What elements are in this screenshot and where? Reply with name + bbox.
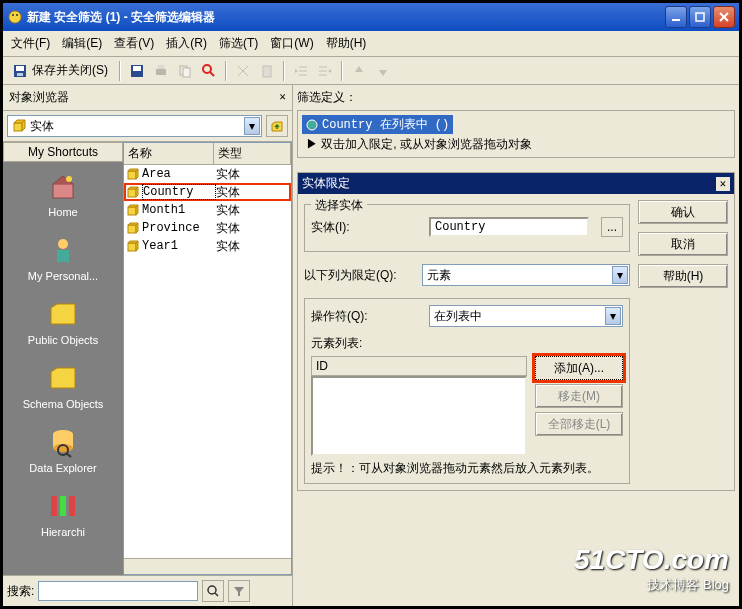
svg-point-1	[12, 14, 14, 16]
shortcut-icon	[47, 490, 79, 522]
add-element-button[interactable]: 添加(A)...	[535, 356, 623, 380]
element-list-id-col[interactable]: ID	[311, 356, 527, 376]
panel-close-button[interactable]: ×	[279, 90, 286, 105]
paste-button[interactable]	[257, 61, 277, 81]
svg-rect-39	[69, 496, 75, 516]
menu-insert[interactable]: 插入(R)	[166, 35, 207, 52]
shortcut-icon	[47, 298, 79, 330]
cancel-button[interactable]: 取消	[638, 232, 728, 256]
copy-button[interactable]	[175, 61, 195, 81]
minimize-button[interactable]	[665, 6, 687, 28]
filter-hint: ▶ 双击加入限定, 或从对象浏览器拖动对象	[302, 136, 730, 153]
list-item[interactable]: Country实体	[124, 183, 291, 201]
svg-line-17	[210, 72, 214, 76]
move-down-button[interactable]	[373, 61, 393, 81]
filter-definition-box[interactable]: Country 在列表中 () ▶ 双击加入限定, 或从对象浏览器拖动对象	[297, 110, 735, 158]
entity-icon	[126, 203, 140, 217]
svg-rect-4	[696, 13, 704, 21]
move-up-button[interactable]	[349, 61, 369, 81]
shortcut-icon	[47, 426, 79, 458]
svg-line-46	[215, 593, 218, 596]
entity-browse-button[interactable]: ...	[601, 217, 623, 237]
menu-file[interactable]: 文件(F)	[11, 35, 50, 52]
shortcut-icon	[47, 362, 79, 394]
limit-column-dropdown[interactable]: 元素 ▾	[422, 264, 630, 286]
shortcut-my-personal-[interactable]: My Personal...	[3, 226, 123, 290]
menu-edit[interactable]: 编辑(E)	[62, 35, 102, 52]
object-browser-panel: 对象浏览器 × 实体 ▾ My Shortcuts HomeMy Persona…	[3, 85, 293, 606]
entity-icon	[126, 239, 140, 253]
svg-rect-9	[17, 73, 23, 76]
list-item[interactable]: Month1实体	[124, 201, 291, 219]
menubar: 文件(F) 编辑(E) 查看(V) 插入(R) 筛选(T) 窗口(W) 帮助(H…	[3, 31, 739, 57]
outdent-button[interactable]	[291, 61, 311, 81]
print-button[interactable]	[151, 61, 171, 81]
shortcuts-bar: My Shortcuts HomeMy Personal...Public Ob…	[3, 142, 123, 575]
svg-rect-15	[183, 68, 190, 77]
entity-type-dropdown[interactable]: 实体 ▾	[7, 115, 262, 137]
object-browser-title: 对象浏览器	[9, 89, 69, 106]
ok-button[interactable]: 确认	[638, 200, 728, 224]
remove-all-button[interactable]: 全部移走(L)	[535, 412, 623, 436]
operator-dropdown[interactable]: 在列表中 ▾	[429, 305, 623, 327]
list-item[interactable]: Year1实体	[124, 237, 291, 255]
shortcut-home[interactable]: Home	[3, 162, 123, 226]
shortcut-public-objects[interactable]: Public Objects	[3, 290, 123, 354]
remove-element-button[interactable]: 移走(M)	[535, 384, 623, 408]
col-name[interactable]: 名称	[124, 143, 214, 164]
menu-help[interactable]: 帮助(H)	[326, 35, 367, 52]
menu-window[interactable]: 窗口(W)	[270, 35, 313, 52]
object-list: 名称 类型 Area实体Country实体Month1实体Province实体Y…	[123, 142, 292, 575]
shortcut-data-explorer[interactable]: Data Explorer	[3, 418, 123, 482]
help-button[interactable]: 帮助(H)	[638, 264, 728, 288]
svg-line-36	[66, 453, 71, 457]
shortcut-schema-objects[interactable]: Schema Objects	[3, 354, 123, 418]
shortcut-icon	[47, 234, 79, 266]
svg-point-29	[66, 176, 72, 182]
save-and-close-button[interactable]: 保存并关闭(S)	[7, 61, 113, 81]
search-tool-button[interactable]	[199, 61, 219, 81]
element-list-box[interactable]	[311, 376, 527, 456]
shortcut-hierarchi[interactable]: Hierarchi	[3, 482, 123, 546]
toolbar: 保存并关闭(S)	[3, 57, 739, 85]
menu-view[interactable]: 查看(V)	[114, 35, 154, 52]
save-button[interactable]	[127, 61, 147, 81]
svg-rect-41	[128, 189, 136, 197]
svg-point-2	[16, 14, 18, 16]
filter-button[interactable]	[228, 580, 250, 602]
filter-condition-item[interactable]: Country 在列表中 ()	[302, 115, 453, 134]
svg-point-16	[203, 65, 211, 73]
svg-point-47	[307, 120, 317, 130]
entity-panel-close[interactable]: ×	[716, 177, 730, 191]
indent-button[interactable]	[315, 61, 335, 81]
cut-button[interactable]	[233, 61, 253, 81]
filter-def-label: 筛选定义：	[297, 89, 735, 106]
limit-column-label: 以下列为限定(Q):	[304, 267, 414, 284]
search-input[interactable]	[38, 581, 198, 601]
element-list-label: 元素列表:	[311, 335, 623, 352]
entity-field[interactable]: Country	[429, 217, 589, 237]
col-type[interactable]: 类型	[214, 143, 291, 164]
svg-rect-8	[16, 66, 24, 71]
menu-filter[interactable]: 筛选(T)	[219, 35, 258, 52]
dropdown-arrow-icon: ▾	[244, 117, 260, 135]
list-item[interactable]: Province实体	[124, 219, 291, 237]
shortcuts-header[interactable]: My Shortcuts	[3, 142, 123, 162]
svg-rect-40	[128, 171, 136, 179]
horizontal-scrollbar[interactable]	[124, 558, 291, 574]
maximize-button[interactable]	[689, 6, 711, 28]
svg-point-0	[9, 11, 21, 23]
search-label: 搜索:	[7, 583, 34, 600]
svg-rect-43	[128, 225, 136, 233]
close-button[interactable]	[713, 6, 735, 28]
svg-point-45	[208, 586, 216, 594]
svg-rect-42	[128, 207, 136, 215]
dropdown-arrow-icon: ▾	[612, 266, 628, 284]
list-item[interactable]: Area实体	[124, 165, 291, 183]
svg-point-30	[58, 239, 68, 249]
svg-rect-27	[14, 123, 22, 131]
search-go-button[interactable]	[202, 580, 224, 602]
up-folder-button[interactable]	[266, 115, 288, 137]
svg-rect-12	[156, 69, 166, 75]
entity-icon	[126, 167, 140, 181]
